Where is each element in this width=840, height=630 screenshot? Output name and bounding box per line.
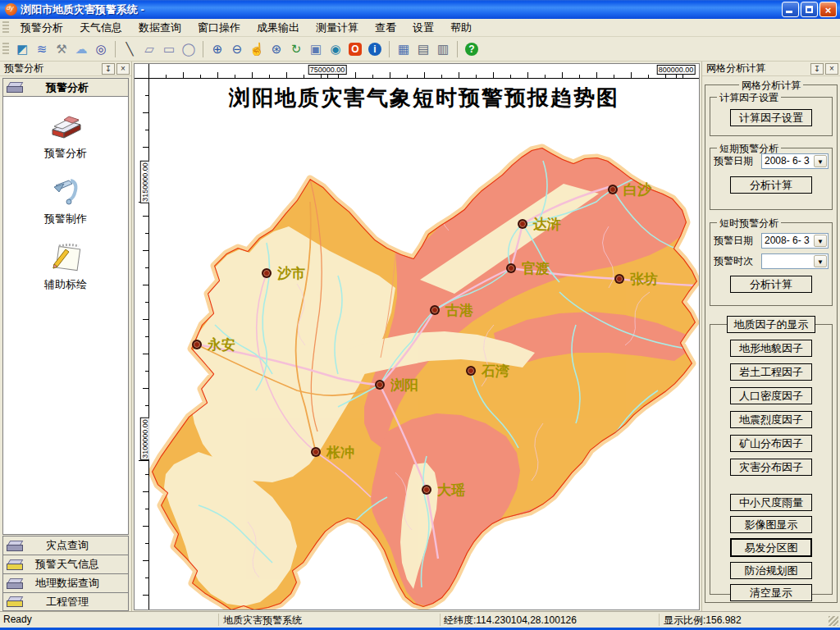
- close-panel-icon[interactable]: ×: [825, 63, 838, 75]
- minimize-button[interactable]: [782, 2, 799, 17]
- cloud-icon[interactable]: ☁: [72, 40, 90, 58]
- flood-gauge-icon[interactable]: ≋: [33, 40, 51, 58]
- make-warning-icon: [48, 174, 84, 208]
- rectangle-tool-icon[interactable]: ▭: [160, 40, 178, 58]
- menu-grip: [2, 21, 9, 34]
- bottom-item-label: 灾点查询: [26, 538, 108, 553]
- geo-factor-button-4[interactable]: 矿山分布因子: [730, 435, 812, 452]
- bottom-item-0[interactable]: 灾点查询: [2, 536, 129, 555]
- chevron-down-icon[interactable]: ▼: [814, 255, 827, 267]
- menu-item-4[interactable]: 成果输出: [249, 19, 308, 37]
- svg-text:张坊: 张坊: [630, 272, 658, 287]
- menu-item-1[interactable]: 天气信息: [71, 19, 130, 37]
- pin-icon[interactable]: ↧: [102, 63, 115, 75]
- display-button-4[interactable]: 清空显示: [730, 584, 812, 601]
- factor-settings-button[interactable]: 计算因子设置: [730, 109, 812, 126]
- bottom-item-2[interactable]: 地理数据查询: [2, 573, 129, 592]
- pencil-pad-icon: [48, 240, 84, 274]
- geo-factor-button-3[interactable]: 地震烈度因子: [730, 411, 812, 428]
- stop-icon[interactable]: O: [346, 40, 364, 58]
- info-icon[interactable]: i: [366, 40, 384, 58]
- globe-icon[interactable]: ◉: [326, 40, 345, 58]
- menu-item-3[interactable]: 窗口操作: [189, 19, 249, 37]
- menu-item-6[interactable]: 查看: [367, 19, 404, 37]
- geo-factor-button-0[interactable]: 地形地貌因子: [730, 340, 812, 357]
- ellipse-tool-icon[interactable]: ◯: [180, 40, 198, 58]
- display-button-0[interactable]: 中小尺度雨量: [730, 494, 812, 511]
- plotter-yellow-icon: [7, 559, 23, 570]
- close-panel-icon[interactable]: ×: [116, 63, 130, 75]
- geo-factor-display-button[interactable]: 地质因子的显示: [727, 316, 815, 333]
- ruler-corner: [135, 64, 149, 79]
- refresh-icon[interactable]: ↻: [287, 40, 305, 58]
- toolbar: ◩≋⚒☁◎╲▱▭◯⊕⊖☝⊛↻▣◉Oi▦▤▥?: [0, 37, 840, 62]
- zoom-in-icon[interactable]: ⊕: [208, 40, 226, 58]
- chevron-down-icon[interactable]: ▼: [814, 235, 827, 247]
- menu-item-0[interactable]: 预警分析: [12, 19, 71, 37]
- display-button-3[interactable]: 防治规划图: [730, 562, 812, 579]
- zoom-extent-icon[interactable]: ⊛: [267, 40, 285, 58]
- pin-icon[interactable]: ↧: [810, 63, 824, 75]
- bottom-item-1[interactable]: 预警天气信息: [2, 555, 129, 573]
- chevron-down-icon[interactable]: ▼: [814, 155, 827, 167]
- geo-factor-button-1[interactable]: 岩土工程因子: [730, 363, 812, 381]
- geo-factor-button-2[interactable]: 人口密度因子: [730, 387, 812, 404]
- restore-button[interactable]: [801, 2, 818, 17]
- forecast-date-combo[interactable]: 2008- 6- 3▼: [761, 153, 829, 169]
- nav-item-warning-analysis[interactable]: 预警分析: [3, 110, 128, 161]
- copy-view-icon[interactable]: ▣: [307, 40, 325, 58]
- status-bar: Ready 地质灾害预警系统 经纬度:114.230104,28.100126 …: [0, 611, 840, 628]
- display-button-2[interactable]: 易发分区图: [730, 538, 812, 557]
- short-term-calc-button[interactable]: 分析计算: [730, 176, 812, 194]
- nav-item-warning-make[interactable]: 预警制作: [3, 174, 128, 226]
- polygon-tool-icon[interactable]: ▱: [140, 40, 158, 58]
- toolbar-separator: [115, 41, 116, 57]
- line-tool-icon[interactable]: ╲: [121, 40, 139, 58]
- liuyang-map: 白沙达浒官渡张坊沙市古港永安石湾浏阳枨冲大瑶: [149, 79, 699, 609]
- bottom-item-3[interactable]: 工程管理: [2, 592, 129, 611]
- toolbar-separator: [203, 41, 203, 57]
- zoom-out-icon[interactable]: ⊖: [228, 40, 246, 58]
- nav-header: 预警分析: [3, 79, 128, 97]
- nav-item-aux-drawing[interactable]: 辅助标绘: [3, 240, 128, 292]
- status-ready: Ready: [3, 614, 32, 625]
- geo-factor-group: 地质因子的显示 地形地貌因子岩土工程因子人口密度因子地震烈度因子矿山分布因子灾害…: [710, 324, 833, 595]
- print-icon[interactable]: ▤: [414, 40, 432, 58]
- menu-item-2[interactable]: 数据查询: [130, 19, 189, 37]
- warning-map-icon[interactable]: ◩: [13, 40, 31, 58]
- geo-factor-button-5[interactable]: 灾害分布因子: [730, 459, 812, 476]
- factor-settings-group: 计算因子设置 计算因子设置: [710, 97, 833, 136]
- hammer-icon[interactable]: ⚒: [52, 40, 71, 58]
- app-icon: [5, 3, 17, 16]
- image-view-icon[interactable]: ▦: [395, 40, 413, 58]
- warning-nav-box: 预警分析 预警分析: [2, 78, 129, 535]
- resize-grip[interactable]: [829, 616, 838, 626]
- display-button-1[interactable]: 影像图显示: [730, 516, 812, 533]
- book-icon: [48, 110, 84, 143]
- crosshair-icon[interactable]: ◎: [92, 40, 110, 58]
- plotter-icon: [7, 578, 23, 589]
- svg-text:白沙: 白沙: [623, 182, 652, 198]
- forecast-date-label: 预警日期: [714, 234, 761, 248]
- plotter-icon: [7, 541, 23, 551]
- right-panel-title: 网格分析计算: [706, 62, 809, 75]
- svg-text:石湾: 石湾: [481, 363, 509, 379]
- short-time-calc-button[interactable]: 分析计算: [730, 276, 812, 293]
- svg-text:永安: 永安: [207, 336, 235, 353]
- svg-text:古港: 古港: [445, 303, 473, 318]
- short-term-group: 短期预警分析 预警日期 2008- 6- 3▼ 分析计算: [710, 148, 833, 210]
- menu-item-7[interactable]: 设置: [404, 19, 442, 37]
- pan-icon[interactable]: ☝: [248, 40, 266, 58]
- short-time-group: 短时预警分析 预警日期 2008- 6- 3▼ 预警时次 ▼ 分析计算: [710, 222, 833, 306]
- close-button[interactable]: ×: [819, 2, 837, 17]
- map-canvas[interactable]: 浏阳地质灾害气象短时预警预报趋势图: [149, 79, 699, 609]
- print-preview-icon[interactable]: ▥: [434, 40, 452, 58]
- vertical-ruler: 3150000.00 3100000.00: [135, 79, 149, 609]
- svg-text:沙市: 沙市: [276, 266, 305, 281]
- forecast-time-combo[interactable]: ▼: [761, 253, 829, 269]
- forecast-date-combo[interactable]: 2008- 6- 3▼: [761, 233, 829, 249]
- title-bar: 浏阳市地质灾害预警系统 - ×: [0, 0, 840, 19]
- menu-item-8[interactable]: 帮助: [442, 19, 480, 37]
- help-icon[interactable]: ?: [463, 40, 481, 58]
- menu-item-5[interactable]: 测量计算: [308, 19, 367, 37]
